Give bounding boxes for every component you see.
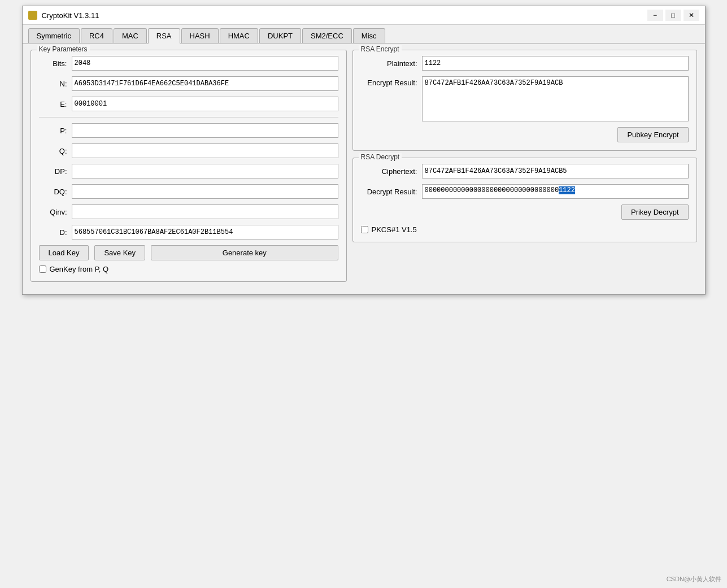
genkey-checkbox[interactable]: [39, 265, 46, 273]
window-title: CryptoKit V1.3.11: [42, 11, 99, 20]
tab-hash[interactable]: HASH: [181, 28, 219, 43]
close-button[interactable]: ✕: [684, 10, 699, 21]
p-input[interactable]: [72, 123, 338, 138]
d-label: D:: [39, 228, 67, 237]
tab-misc[interactable]: Misc: [353, 28, 385, 43]
encrypt-result-input[interactable]: 87C472AFB1F426AA73C63A7352F9A19ACB: [422, 76, 689, 121]
right-panel: RSA Encrypt Plaintext: Encrypt Result: 8…: [352, 50, 697, 289]
dq-row: DQ:: [39, 184, 338, 199]
plaintext-label: Plaintext:: [361, 59, 417, 68]
rsa-decrypt-title: RSA Decrypt: [359, 153, 402, 161]
p-row: P:: [39, 123, 338, 138]
decrypt-result-field[interactable]: 0000000000000000000000000000000001122: [422, 184, 689, 199]
title-bar: CryptoKit V1.3.11 − □ ✕: [23, 6, 705, 25]
ciphertext-row: Ciphertext:: [361, 164, 689, 178]
qinv-row: Qinv:: [39, 204, 338, 219]
pubkey-btn-row: Pubkey Encrypt: [361, 127, 689, 142]
q-row: Q:: [39, 143, 338, 158]
save-key-button[interactable]: Save Key: [94, 245, 145, 260]
dq-input[interactable]: [72, 184, 338, 199]
prikey-btn-row: Prikey Decrypt: [361, 204, 689, 220]
bits-row: Bits:: [39, 56, 338, 71]
bits-input[interactable]: [72, 56, 338, 71]
encrypt-result-label: Encrypt Result:: [361, 76, 417, 87]
q-input[interactable]: [72, 143, 338, 158]
genkey-checkbox-row: GenKey from P, Q: [39, 265, 338, 273]
pubkey-encrypt-button[interactable]: Pubkey Encrypt: [617, 127, 688, 142]
decrypt-result-label: Decrypt Result:: [361, 188, 417, 196]
e-input[interactable]: [72, 97, 338, 111]
decrypt-result-highlight: 1122: [559, 186, 575, 194]
n-input[interactable]: [72, 76, 338, 91]
n-row: N:: [39, 76, 338, 91]
p-label: P:: [39, 127, 67, 135]
qinv-input[interactable]: [72, 204, 338, 219]
plaintext-row: Plaintext:: [361, 56, 689, 71]
tab-symmetric[interactable]: Symmetric: [28, 28, 80, 43]
pkcs-checkbox-label: PKCS#1 V1.5: [372, 225, 417, 234]
tab-sm2ecc[interactable]: SM2/ECC: [302, 28, 352, 43]
e-label: E:: [39, 100, 67, 108]
dq-label: DQ:: [39, 188, 67, 196]
dp-label: DP:: [39, 167, 67, 176]
load-key-button[interactable]: Load Key: [39, 245, 89, 260]
generate-key-button[interactable]: Generate key: [151, 245, 338, 260]
pkcs-checkbox-row: PKCS#1 V1.5: [361, 225, 689, 234]
e-row: E:: [39, 97, 338, 111]
decrypt-result-row: Decrypt Result: 000000000000000000000000…: [361, 184, 689, 199]
app-icon: [28, 11, 37, 20]
tab-hmac[interactable]: HMAC: [220, 28, 258, 43]
tab-bar: Symmetric RC4 MAC RSA HASH HMAC DUKPT SM…: [23, 25, 705, 44]
dp-row: DP:: [39, 164, 338, 178]
ciphertext-label: Ciphertext:: [361, 167, 417, 176]
watermark: CSDN@小黄人软件: [667, 575, 721, 583]
ciphertext-input[interactable]: [422, 164, 689, 178]
n-label: N:: [39, 80, 67, 88]
key-params-group: Key Parameters Bits: N: E:: [31, 50, 347, 282]
rsa-encrypt-title: RSA Encrypt: [359, 45, 402, 53]
d-row: D:: [39, 225, 338, 239]
bits-label: Bits:: [39, 59, 67, 68]
tab-rc4[interactable]: RC4: [81, 28, 112, 43]
qinv-label: Qinv:: [39, 208, 67, 216]
prikey-decrypt-button[interactable]: Prikey Decrypt: [621, 204, 689, 220]
rsa-encrypt-group: RSA Encrypt Plaintext: Encrypt Result: 8…: [352, 50, 697, 151]
key-buttons: Load Key Save Key Generate key: [39, 245, 338, 260]
minimize-button[interactable]: −: [647, 10, 663, 21]
dp-input[interactable]: [72, 164, 338, 178]
tab-mac[interactable]: MAC: [114, 28, 147, 43]
d-input[interactable]: [72, 225, 338, 239]
plaintext-input[interactable]: [422, 56, 689, 71]
rsa-decrypt-group: RSA Decrypt Ciphertext: Decrypt Result: …: [352, 158, 697, 242]
decrypt-result-prefix: 000000000000000000000000000000000: [425, 186, 559, 194]
key-params-title: Key Parameters: [37, 45, 90, 53]
q-label: Q:: [39, 147, 67, 155]
pkcs-checkbox[interactable]: [361, 226, 368, 233]
encrypt-result-row: Encrypt Result: 87C472AFB1F426AA73C63A73…: [361, 76, 689, 121]
maximize-button[interactable]: □: [665, 10, 681, 21]
tab-rsa[interactable]: RSA: [148, 28, 180, 44]
genkey-checkbox-label: GenKey from P, Q: [50, 265, 109, 273]
tab-dukpt[interactable]: DUKPT: [259, 28, 301, 43]
left-panel: Key Parameters Bits: N: E:: [31, 50, 347, 289]
